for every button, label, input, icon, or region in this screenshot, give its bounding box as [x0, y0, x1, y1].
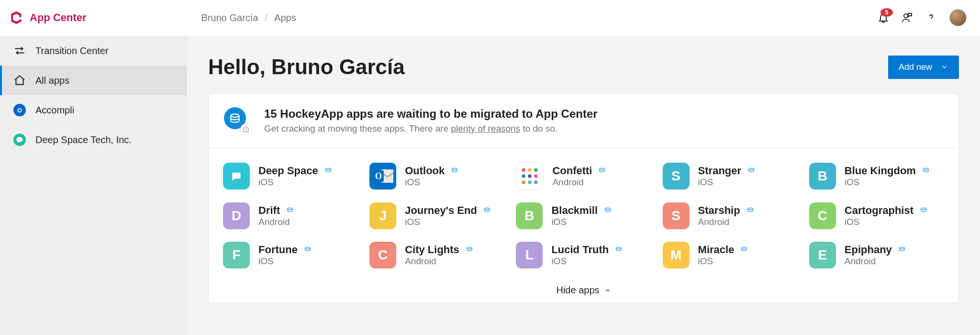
hockeyapp-icon: [450, 167, 459, 175]
app-item[interactable]: Confetti Android: [516, 162, 651, 190]
app-name: Starship: [698, 204, 740, 217]
app-os: iOS: [551, 256, 623, 267]
hockeyapp-icon: [898, 246, 906, 254]
app-icon: C: [809, 202, 836, 229]
app-text: Outlook iOS: [405, 165, 459, 188]
sidebar-item-all-apps[interactable]: All apps: [0, 66, 187, 95]
hide-apps-button[interactable]: Hide apps: [209, 278, 958, 302]
app-text: Miracle iOS: [698, 244, 749, 267]
app-item[interactable]: S Stranger iOS: [663, 162, 798, 190]
svg-point-16: [535, 180, 538, 184]
app-icon: J: [369, 202, 396, 229]
app-text: Drift Android: [258, 204, 294, 227]
hockeyapp-icon: [324, 167, 333, 175]
app-os: iOS: [551, 217, 612, 227]
app-item[interactable]: L Lucid Truth iOS: [516, 242, 651, 268]
outlook-org-icon: O: [13, 104, 26, 116]
breadcrumb: Bruno García / Apps: [201, 12, 296, 23]
app-item[interactable]: F Fortune iOS: [223, 242, 358, 268]
svg-point-8: [522, 168, 525, 172]
hockeyapp-icon: [603, 206, 612, 215]
banner-link[interactable]: plenty of reasons: [451, 123, 520, 134]
banner-subtitle: Get cracking at moving these apps. There…: [264, 123, 598, 134]
app-os: Android: [405, 256, 474, 267]
app-item[interactable]: B Blackmill iOS: [516, 202, 651, 229]
app-item[interactable]: S Starship Android: [663, 202, 798, 229]
hockeyapp-icon: [922, 167, 930, 175]
svg-point-21: [485, 208, 490, 210]
app-os: Android: [552, 177, 606, 188]
app-item[interactable]: B Blue Kingdom iOS: [809, 162, 944, 190]
app-name: Drift: [258, 204, 280, 217]
app-os: iOS: [258, 177, 333, 188]
user-avatar[interactable]: [949, 9, 967, 26]
sidebar-item-transition[interactable]: Transition Center: [0, 36, 187, 66]
app-text: Starship Android: [698, 204, 755, 227]
breadcrumb-current[interactable]: Apps: [274, 12, 296, 23]
person-feedback-icon: [902, 12, 913, 23]
app-item[interactable]: J Journey's End iOS: [369, 202, 504, 229]
app-icon: C: [369, 242, 396, 268]
svg-point-22: [605, 208, 611, 210]
heading-row: Hello, Bruno García Add new: [208, 55, 959, 79]
app-item[interactable]: E Epiphany Android: [809, 242, 944, 268]
main: Hello, Bruno García Add new 15 HockeyApp…: [187, 36, 980, 335]
sidebar-item-label: Deep Space Tech, Inc.: [35, 134, 132, 145]
app-name: Cartographist: [845, 204, 913, 217]
app-name: Miracle: [698, 244, 735, 256]
hockeyapp-icon: [747, 167, 756, 175]
svg-point-23: [747, 208, 753, 210]
notifications-button[interactable]: 5: [878, 12, 889, 23]
hockeyapp-icon: [465, 246, 474, 254]
svg-point-19: [924, 168, 929, 170]
app-text: Blackmill iOS: [551, 204, 612, 227]
feedback-button[interactable]: [902, 12, 913, 23]
app-os: iOS: [258, 256, 312, 267]
hockeyapp-icon: [614, 246, 623, 254]
chat-org-icon: [13, 134, 26, 146]
sidebar-item-org[interactable]: OAccompli: [0, 95, 187, 125]
sidebar-item-org[interactable]: Deep Space Tech, Inc.: [0, 125, 187, 155]
sidebar-item-label: All apps: [35, 75, 69, 86]
app-item[interactable]: C City Lights Android: [369, 242, 504, 268]
app-text: Stranger iOS: [698, 165, 756, 188]
brand-logo[interactable]: App Center: [9, 10, 87, 25]
svg-point-1: [231, 114, 239, 117]
app-os: iOS: [845, 217, 928, 227]
app-text: Journey's End iOS: [405, 204, 491, 227]
svg-point-14: [522, 180, 525, 184]
app-text: Epiphany Android: [845, 244, 906, 267]
breadcrumb-root[interactable]: Bruno García: [201, 12, 258, 23]
svg-point-18: [749, 168, 754, 170]
svg-point-7: [452, 168, 457, 170]
app-item[interactable]: D Drift Android: [223, 202, 358, 229]
banner-text: 15 HockeyApp apps are waiting to be migr…: [264, 107, 598, 134]
migration-banner: 15 HockeyApp apps are waiting to be migr…: [209, 94, 958, 148]
app-os: Android: [698, 217, 755, 227]
app-item[interactable]: O Outlook iOS: [369, 162, 504, 190]
chevron-down-icon: [941, 63, 948, 71]
hockeyapp-icon: [303, 246, 312, 254]
help-button[interactable]: [925, 12, 937, 23]
swap-icon: [13, 45, 26, 57]
app-icon: S: [663, 202, 690, 229]
app-os: iOS: [845, 177, 930, 188]
appcenter-logo-icon: [9, 10, 24, 25]
app-item[interactable]: M Miracle iOS: [663, 242, 798, 268]
breadcrumb-sep: /: [265, 12, 268, 23]
banner-title: 15 HockeyApp apps are waiting to be migr…: [264, 107, 598, 121]
app-item[interactable]: C Cartographist iOS: [809, 202, 944, 229]
hockeyapp-icon: [598, 167, 606, 175]
app-icon: S: [663, 163, 690, 190]
app-icon: D: [223, 202, 250, 229]
svg-point-26: [467, 247, 472, 249]
app-text: Cartographist iOS: [845, 204, 928, 227]
app-name: Epiphany: [845, 244, 892, 256]
app-os: Android: [845, 256, 906, 267]
hockeyapp-icon: [746, 206, 755, 215]
shell: Transition Center All apps OAccompliDeep…: [0, 36, 980, 335]
app-item[interactable]: Deep Space iOS: [223, 162, 358, 190]
add-new-button[interactable]: Add new: [888, 56, 959, 79]
app-os: iOS: [405, 217, 491, 227]
app-text: City Lights Android: [405, 244, 474, 267]
